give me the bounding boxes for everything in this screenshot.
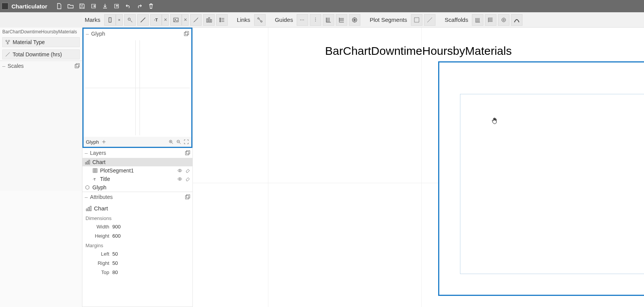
visibility-icon[interactable] <box>177 168 182 173</box>
glyph-title: Glyph <box>91 31 105 37</box>
attr-top[interactable]: Top80 <box>82 268 192 277</box>
guide-h-icon[interactable] <box>297 14 308 26</box>
new-icon[interactable] <box>55 2 63 10</box>
category-icon <box>5 39 10 45</box>
popout-icon[interactable] <box>184 31 189 36</box>
layer-label: PlotSegment1 <box>100 167 134 174</box>
zoom-fit-icon[interactable] <box>184 139 189 144</box>
collapse-icon[interactable]: – <box>2 63 5 69</box>
svg-rect-35 <box>89 160 90 164</box>
chart-icon <box>85 205 92 212</box>
save-icon[interactable] <box>78 2 86 10</box>
layer-glyph[interactable]: Glyph <box>82 183 192 192</box>
collapse-icon[interactable]: – <box>85 194 88 200</box>
plot-region-icon[interactable] <box>411 14 422 26</box>
open-icon[interactable] <box>66 2 75 10</box>
plot-segments-label: Plot Segments <box>370 16 407 23</box>
layer-label: Title <box>100 176 110 182</box>
export-icon[interactable] <box>89 2 98 10</box>
attr-height[interactable]: Height600 <box>82 231 192 240</box>
publish-icon[interactable] <box>112 2 121 10</box>
trash-icon[interactable] <box>147 2 155 10</box>
glyph-icon <box>85 185 90 190</box>
glyph-canvas[interactable] <box>84 39 191 137</box>
svg-rect-31 <box>186 152 189 155</box>
svg-rect-25 <box>75 65 79 68</box>
links-icon[interactable] <box>254 14 266 26</box>
column-material-type[interactable]: Material Type <box>2 37 80 47</box>
svg-rect-33 <box>85 163 87 164</box>
mark-symbol-icon[interactable] <box>124 14 136 26</box>
guide-polar-icon[interactable] <box>349 14 360 26</box>
svg-rect-27 <box>184 33 188 36</box>
svg-rect-6 <box>209 18 210 22</box>
redo-icon[interactable] <box>135 2 144 10</box>
links-label: Links <box>237 16 250 23</box>
guide-x-icon[interactable] <box>323 14 334 26</box>
visibility-icon[interactable] <box>177 176 182 182</box>
dataset-name: BarChartDowntimeHoursbyMaterials <box>0 28 82 36</box>
scaffold-polar-icon[interactable] <box>498 14 509 26</box>
guide-v-icon[interactable] <box>310 14 321 26</box>
mark-nested-icon[interactable] <box>203 14 215 26</box>
svg-rect-8 <box>220 18 221 19</box>
add-glyph-icon[interactable] <box>101 139 107 144</box>
glyph-panel: – Glyph Glyph <box>82 28 192 148</box>
glyph-header: – Glyph <box>84 29 191 39</box>
scaffolds-label: Scaffolds <box>445 16 468 23</box>
popout-icon[interactable] <box>185 150 190 156</box>
scaffold-vstack-icon[interactable] <box>485 14 496 26</box>
layer-title[interactable]: ·T Title <box>82 175 192 183</box>
mark-dataaxis-icon[interactable] <box>190 14 202 26</box>
mid-column: – Glyph Glyph – Layers <box>82 28 193 307</box>
chart-title[interactable]: BarChartDowntimeHoursbyMaterials <box>193 44 644 57</box>
main-area: Columns BarChartDowntimeHoursbyMaterials… <box>0 28 644 307</box>
mark-line-icon[interactable] <box>137 14 149 26</box>
scaffold-hstack-icon[interactable] <box>472 14 483 26</box>
app-title: Charticulator <box>12 3 47 10</box>
zoom-out-icon[interactable] <box>176 139 181 144</box>
attr-group-dimensions: Dimensions <box>82 213 192 222</box>
chart-canvas[interactable]: BarChartDowntimeHoursbyMaterials <box>193 28 644 307</box>
column-total-downtime[interactable]: Total Downtime (hrs) <box>2 49 80 59</box>
mark-legend-icon[interactable] <box>216 14 228 26</box>
svg-rect-28 <box>185 31 189 35</box>
attr-left[interactable]: Left50 <box>82 249 192 258</box>
mark-image-icon[interactable] <box>170 14 182 26</box>
svg-point-1 <box>128 18 130 20</box>
layer-label: Chart <box>92 159 105 165</box>
scales-title: Scales <box>8 63 24 69</box>
popout-icon[interactable] <box>74 63 80 69</box>
attr-width[interactable]: Width900 <box>82 222 192 231</box>
zoom-in-icon[interactable] <box>168 139 174 144</box>
plot-segment-box[interactable] <box>460 94 644 274</box>
scaffold-curve-icon[interactable] <box>511 14 522 26</box>
mark-text-caret-icon[interactable] <box>162 14 169 26</box>
attr-right[interactable]: Right50 <box>82 258 192 268</box>
layers-header: – Layers <box>82 148 192 158</box>
svg-rect-26 <box>76 64 79 67</box>
undo-icon[interactable] <box>124 2 132 10</box>
layer-plotsegment1[interactable]: PlotSegment1 <box>82 166 192 175</box>
mark-rectangle-caret-icon[interactable] <box>116 14 123 26</box>
svg-point-16 <box>503 19 504 21</box>
layer-chart[interactable]: Chart <box>82 158 192 166</box>
svg-text:·T: ·T <box>154 18 158 22</box>
erase-icon[interactable] <box>185 168 190 173</box>
svg-rect-44 <box>90 206 91 211</box>
mark-rectangle-icon[interactable] <box>104 14 116 26</box>
attributes-header: – Attributes <box>82 192 192 202</box>
guide-y-icon[interactable] <box>336 14 347 26</box>
svg-rect-41 <box>186 195 190 198</box>
chart-icon <box>85 159 90 165</box>
import-icon[interactable] <box>101 2 109 10</box>
plot-line-icon[interactable] <box>424 14 435 26</box>
popout-icon[interactable] <box>185 194 190 200</box>
erase-icon[interactable] <box>185 176 190 182</box>
svg-text:·T: ·T <box>93 177 96 181</box>
collapse-icon[interactable]: – <box>86 31 89 37</box>
collapse-icon[interactable]: – <box>85 150 88 156</box>
attributes-object-name: Chart <box>94 205 108 212</box>
mark-image-caret-icon[interactable] <box>182 14 189 26</box>
mark-text-icon[interactable]: ·T <box>150 14 162 26</box>
